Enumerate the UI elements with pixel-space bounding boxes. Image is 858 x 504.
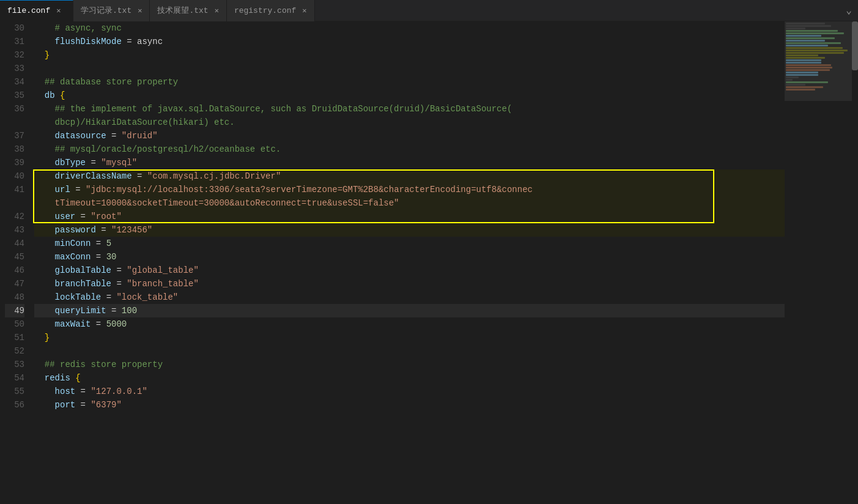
code-line-37: datasource = "druid" — [34, 129, 785, 143]
line-num-43: 43 — [5, 223, 24, 237]
code-line-34: ## database store property — [34, 75, 785, 89]
code-line-48: lockTable = "lock_table" — [34, 291, 785, 304]
code-line-51: } — [34, 331, 785, 344]
code-line-53: ## redis store property — [34, 358, 785, 371]
line-num-54: 54 — [5, 371, 24, 385]
code-line-52 — [34, 344, 785, 358]
code-line-49: queryLimit = 100 — [34, 304, 785, 317]
line-num-39: 39 — [5, 156, 24, 169]
code-line-44: minConn = 5 — [34, 237, 785, 250]
line-num-33: 33 — [5, 62, 24, 75]
tab-overflow-button[interactable]: ⌄ — [840, 4, 858, 17]
line-num-47: 47 — [5, 277, 24, 291]
code-line-42: user = "root" — [34, 210, 785, 223]
code-line-30: # async, sync — [34, 21, 785, 35]
tab-tech-horizon-close[interactable]: ✕ — [215, 6, 219, 15]
tab-study-log-close[interactable]: ✕ — [138, 6, 142, 15]
line-num-55: 55 — [5, 385, 24, 398]
line-num-35: 35 — [5, 89, 24, 102]
line-num-49: 49 — [5, 304, 24, 317]
code-line-40: driverClassName = "com.mysql.cj.jdbc.Dri… — [34, 169, 785, 183]
line-num-32: 32 — [5, 48, 24, 62]
tab-tech-horizon[interactable]: 技术展望.txt ✕ — [150, 0, 226, 21]
line-num-41c: · — [5, 196, 24, 210]
line-num-56: 56 — [5, 398, 24, 412]
line-num-52: 52 — [5, 344, 24, 358]
tab-file-conf[interactable]: file.conf ✕ — [0, 0, 73, 21]
line-num-51: 51 — [5, 331, 24, 344]
code-line-45: maxConn = 30 — [34, 250, 785, 264]
line-num-46: 46 — [5, 264, 24, 277]
code-editor[interactable]: # async, sync flushDiskMode = async } ##… — [32, 21, 785, 504]
line-num-36: 36 — [5, 102, 24, 116]
code-line-54: redis { — [34, 371, 785, 385]
tab-study-log-label: 学习记录.txt — [81, 5, 131, 16]
line-num-37: 37 — [5, 129, 24, 143]
code-line-46: globalTable = "global_table" — [34, 264, 785, 277]
tab-file-conf-close[interactable]: ✕ — [56, 6, 61, 15]
minimap[interactable] — [785, 21, 852, 504]
line-num-38: 38 — [5, 143, 24, 156]
line-num-30: 30 — [5, 21, 24, 35]
code-line-31: flushDiskMode = async — [34, 35, 785, 48]
code-line-41: url = "jdbc:mysql://localhost:3306/seata… — [34, 183, 785, 196]
line-numbers: 30 31 32 33 34 35 36 · 37 38 39 40 41 · … — [0, 21, 32, 504]
code-line-47: branchTable = "branch_table" — [34, 277, 785, 291]
scrollbar-thumb[interactable] — [852, 21, 858, 70]
code-line-38: ## mysql/oracle/postgresql/h2/oceanbase … — [34, 143, 785, 156]
line-num-41: 41 — [5, 183, 24, 196]
code-line-56: port = "6379" — [34, 398, 785, 412]
code-line-35: db { — [34, 89, 785, 102]
line-num-53: 53 — [5, 358, 24, 371]
line-num-40: 40 — [5, 169, 24, 183]
tab-bar: file.conf ✕ 学习记录.txt ✕ 技术展望.txt ✕ regist… — [0, 0, 858, 21]
code-line-32: } — [34, 48, 785, 62]
line-num-45: 45 — [5, 250, 24, 264]
code-line-39: dbType = "mysql" — [34, 156, 785, 169]
tab-study-log[interactable]: 学习记录.txt ✕ — [73, 0, 150, 21]
line-num-34: 34 — [5, 75, 24, 89]
code-line-43: password = "123456" — [34, 223, 785, 237]
code-line-33 — [34, 62, 785, 75]
tab-registry-conf-label: registry.conf — [234, 6, 296, 15]
code-line-36c: dbcp)/HikariDataSource(hikari) etc. — [34, 116, 785, 129]
line-num-31: 31 — [5, 35, 24, 48]
tab-file-conf-label: file.conf — [7, 6, 50, 15]
code-line-41c: tTimeout=10000&socketTimeout=30000&autoR… — [34, 196, 785, 210]
line-30-content: # async, sync — [34, 21, 122, 35]
line-num-42: 42 — [5, 210, 24, 223]
line-num-48: 48 — [5, 291, 24, 304]
line-num-36c: · — [5, 116, 24, 129]
code-line-55: host = "127.0.0.1" — [34, 385, 785, 398]
line-num-44: 44 — [5, 237, 24, 250]
editor-container: 30 31 32 33 34 35 36 · 37 38 39 40 41 · … — [0, 21, 858, 504]
line-num-50: 50 — [5, 317, 24, 331]
vertical-scrollbar[interactable] — [852, 21, 858, 504]
tab-registry-conf-close[interactable]: ✕ — [302, 6, 306, 15]
code-line-36: ## the implement of javax.sql.DataSource… — [34, 102, 785, 116]
tab-tech-horizon-label: 技术展望.txt — [157, 5, 208, 16]
tab-registry-conf[interactable]: registry.conf ✕ — [227, 0, 315, 21]
code-line-50: maxWait = 5000 — [34, 317, 785, 331]
